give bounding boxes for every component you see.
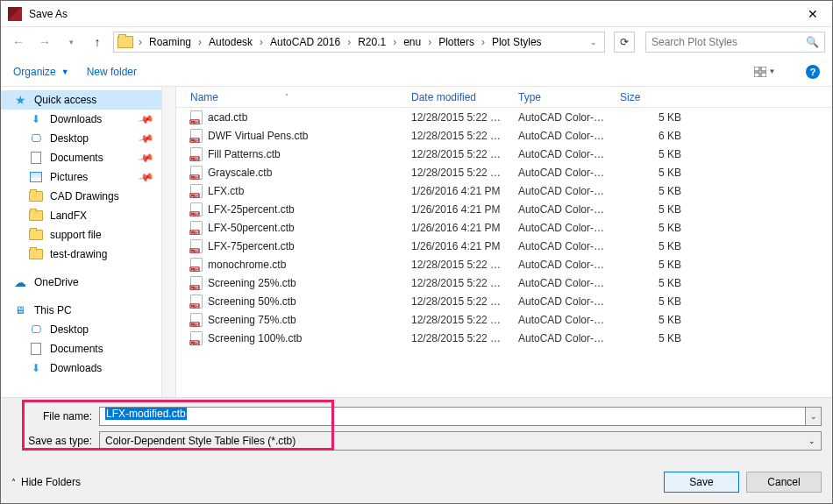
back-button[interactable]: ← <box>8 32 29 53</box>
file-row[interactable]: Screening 50%.ctb12/28/2015 5:22 PMAutoC… <box>176 292 832 310</box>
file-type-cell: AutoCAD Color-d... <box>511 240 613 252</box>
desktop-icon: 🖵 <box>29 323 43 337</box>
file-row[interactable]: acad.ctb12/28/2015 5:22 PMAutoCAD Color-… <box>176 108 832 126</box>
column-type[interactable]: Type <box>511 91 613 103</box>
file-row[interactable]: Screening 100%.ctb12/28/2015 5:22 PMAuto… <box>176 329 832 347</box>
save-type-combo[interactable]: Color-Dependent Style Table Files (*.ctb… <box>99 431 822 451</box>
file-row[interactable]: LFX.ctb1/26/2016 4:21 PMAutoCAD Color-d.… <box>176 181 832 200</box>
breadcrumb-segment[interactable]: Plotters <box>433 32 480 52</box>
sidebar-item[interactable]: Documents <box>1 339 161 358</box>
file-name-cell: LFX-25percent.ctb <box>183 202 404 217</box>
file-row[interactable]: LFX-25percent.ctb1/26/2016 4:21 PMAutoCA… <box>176 200 832 218</box>
column-date[interactable]: Date modified <box>404 91 511 103</box>
sidebar-item[interactable]: ⬇Downloads📌 <box>1 110 161 129</box>
sidebar-item[interactable]: Documents📌 <box>1 148 161 167</box>
sidebar-item[interactable]: 🖵Desktop <box>1 320 161 339</box>
file-type-cell: AutoCAD Color-d... <box>511 148 613 160</box>
breadcrumb-segment[interactable]: AutoCAD 2016 <box>265 32 345 52</box>
sidebar-item[interactable]: Pictures📌 <box>1 167 161 187</box>
breadcrumb-expand-icon[interactable]: ⌄ <box>590 38 597 46</box>
tree-gutter <box>162 87 176 397</box>
file-size-cell: 6 KB <box>613 130 688 142</box>
sidebar-item[interactable]: CAD Drawings <box>1 187 161 206</box>
save-type-value: Color-Dependent Style Table Files (*.ctb… <box>105 435 295 447</box>
chevron-down-icon: ⌄ <box>808 437 815 445</box>
breadcrumb-sep: › <box>137 36 144 48</box>
recent-locations-button[interactable]: ▾ <box>61 32 82 53</box>
column-headers: Name ˄ Date modified Type Size <box>176 87 832 108</box>
file-row[interactable]: Screening 75%.ctb12/28/2015 5:22 PMAutoC… <box>176 310 832 329</box>
file-name-row: File name: LFX-modified.ctb ⌄ <box>11 407 822 426</box>
sidebar-item-label: support file <box>50 229 102 241</box>
file-date-cell: 1/26/2016 4:21 PM <box>404 240 511 252</box>
save-as-dialog: Save As ✕ ← → ▾ ↑ › Roaming›Autodesk›Aut… <box>0 0 833 504</box>
file-name-label: File name: <box>11 410 99 422</box>
sidebar-item[interactable]: ⬇Downloads <box>1 358 161 378</box>
file-row[interactable]: LFX-50percent.ctb1/26/2016 4:21 PMAutoCA… <box>176 218 832 237</box>
sidebar-item-label: Desktop <box>50 132 89 145</box>
file-row[interactable]: Fill Patterns.ctb12/28/2015 5:22 PMAutoC… <box>176 145 832 163</box>
close-button[interactable]: ✕ <box>793 1 832 27</box>
file-type-cell: AutoCAD Color-d... <box>511 295 613 308</box>
file-row[interactable]: Grayscale.ctb12/28/2015 5:22 PMAutoCAD C… <box>176 163 832 181</box>
sidebar-item[interactable]: LandFX <box>1 206 161 225</box>
search-input[interactable]: Search Plot Styles 🔍 <box>645 32 825 53</box>
sidebar-item[interactable]: support file <box>1 225 161 245</box>
up-button[interactable]: ↑ <box>87 32 108 53</box>
save-button[interactable]: Save <box>664 472 739 493</box>
new-folder-button[interactable]: New folder <box>87 66 137 78</box>
sidebar-onedrive[interactable]: ☁ OneDrive <box>1 273 161 292</box>
file-name-input[interactable]: LFX-modified.ctb <box>99 407 806 426</box>
file-row[interactable]: DWF Virtual Pens.ctb12/28/2015 5:22 PMAu… <box>176 126 832 145</box>
breadcrumb-segment[interactable]: Autodesk <box>203 32 258 52</box>
breadcrumb-segment[interactable]: enu <box>398 32 426 52</box>
help-icon[interactable]: ? <box>806 65 820 79</box>
breadcrumb-segment[interactable]: R20.1 <box>352 32 391 52</box>
toolbar: Organize ▼ New folder ▼ ? <box>1 57 832 87</box>
sidebar-this-pc[interactable]: 🖥 This PC <box>1 301 161 320</box>
svg-rect-3 <box>761 73 766 77</box>
ctb-file-icon <box>190 129 203 143</box>
file-rows[interactable]: acad.ctb12/28/2015 5:22 PMAutoCAD Color-… <box>176 108 832 397</box>
file-name-cell: Screening 25%.ctb <box>183 276 404 290</box>
file-row[interactable]: LFX-75percent.ctb1/26/2016 4:21 PMAutoCA… <box>176 237 832 255</box>
file-size-cell: 5 KB <box>613 277 688 289</box>
ctb-file-icon <box>190 147 203 161</box>
file-size-cell: 5 KB <box>613 295 688 308</box>
pin-icon: 📌 <box>138 110 155 128</box>
sidebar-quick-access[interactable]: ★ Quick access <box>1 90 161 110</box>
file-name-dropdown[interactable]: ⌄ <box>806 407 822 426</box>
breadcrumb-segment[interactable]: Plot Styles <box>487 32 547 52</box>
document-icon <box>29 151 43 165</box>
sidebar-item[interactable]: 🖵Desktop📌 <box>1 129 161 148</box>
file-name-cell: LFX-50percent.ctb <box>183 221 404 235</box>
breadcrumb-sep: › <box>391 36 398 48</box>
sidebar-item[interactable]: test-drawing <box>1 245 161 264</box>
ctb-file-icon <box>190 276 203 290</box>
file-name-cell: Screening 75%.ctb <box>183 313 404 327</box>
folder-icon <box>29 247 43 261</box>
breadcrumb-segment[interactable]: Roaming <box>144 32 196 52</box>
sidebar-item-label: Downloads <box>50 362 102 374</box>
organize-menu[interactable]: Organize ▼ <box>13 66 69 78</box>
breadcrumb-sep: › <box>258 36 265 48</box>
sidebar[interactable]: ★ Quick access ⬇Downloads📌🖵Desktop📌Docum… <box>1 87 162 397</box>
download-icon: ⬇ <box>29 112 43 126</box>
hide-folders-toggle[interactable]: ˄ Hide Folders <box>11 476 81 488</box>
file-type-cell: AutoCAD Color-d... <box>511 314 613 326</box>
file-name-cell: Screening 50%.ctb <box>183 295 404 309</box>
pin-icon: 📌 <box>138 168 155 186</box>
breadcrumb[interactable]: › Roaming›Autodesk›AutoCAD 2016›R20.1›en… <box>113 32 605 53</box>
refresh-button[interactable]: ⟳ <box>614 32 635 53</box>
folder-icon <box>29 228 43 242</box>
cancel-button[interactable]: Cancel <box>746 472 822 493</box>
organize-label: Organize <box>13 66 56 78</box>
column-name[interactable]: Name ˄ <box>183 91 404 103</box>
column-size[interactable]: Size <box>613 91 688 103</box>
file-size-cell: 5 KB <box>613 203 688 216</box>
file-row[interactable]: monochrome.ctb12/28/2015 5:22 PMAutoCAD … <box>176 255 832 273</box>
pictures-icon <box>29 170 43 184</box>
file-type-cell: AutoCAD Color-d... <box>511 259 613 271</box>
file-row[interactable]: Screening 25%.ctb12/28/2015 5:22 PMAutoC… <box>176 273 832 292</box>
view-options-button[interactable]: ▼ <box>750 62 780 82</box>
